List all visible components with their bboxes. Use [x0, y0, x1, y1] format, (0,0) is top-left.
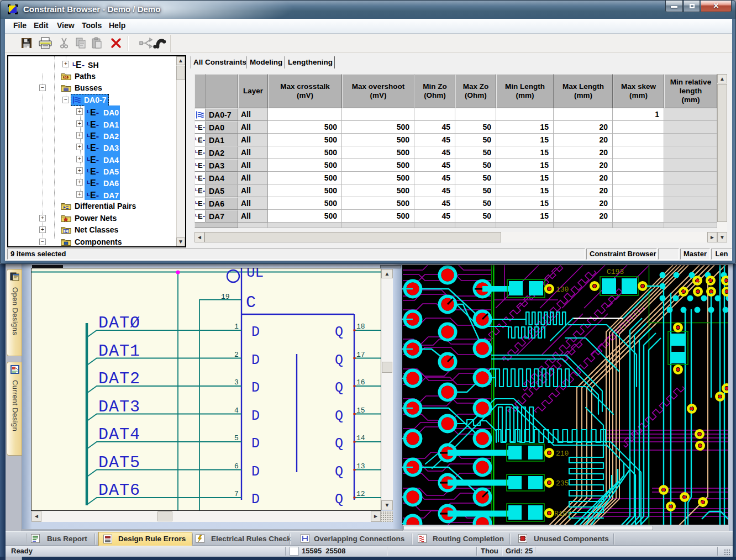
svg-text:D: D: [251, 324, 260, 340]
svg-text:D: D: [251, 408, 260, 424]
svg-text:DAT4: DAT4: [98, 425, 140, 444]
svg-text:DAT6: DAT6: [98, 481, 140, 500]
svg-text:D: D: [251, 380, 260, 396]
svg-text:16: 16: [356, 378, 365, 387]
svg-text:DAT1: DAT1: [98, 342, 140, 361]
svg-text:5: 5: [234, 434, 239, 442]
svg-text:00: 00: [64, 76, 67, 79]
svg-text:7: 7: [234, 490, 239, 498]
svg-text:D: D: [251, 492, 260, 508]
svg-text:6: 6: [234, 462, 239, 471]
svg-text:235: 235: [556, 479, 569, 488]
svg-text:1: 1: [234, 323, 239, 331]
svg-text:C: C: [246, 293, 256, 312]
svg-text:210: 210: [556, 450, 569, 458]
svg-text:4: 4: [234, 406, 239, 415]
svg-text:13: 13: [356, 462, 365, 471]
svg-text:17: 17: [356, 351, 365, 359]
svg-text:3: 3: [234, 378, 239, 387]
svg-text:D: D: [251, 352, 260, 368]
svg-text:DAT2: DAT2: [98, 369, 140, 388]
svg-text:C: C: [65, 229, 67, 233]
svg-text:18: 18: [356, 323, 365, 331]
svg-text:C193: C193: [607, 268, 624, 276]
svg-text:DATØ: DATØ: [98, 314, 140, 332]
svg-text:Q: Q: [335, 436, 343, 452]
svg-text:Q: Q: [335, 492, 343, 508]
svg-text:130: 130: [556, 286, 569, 294]
svg-text:14: 14: [356, 434, 365, 442]
svg-text:12: 12: [356, 490, 365, 498]
svg-text:D: D: [251, 464, 260, 480]
svg-text:UL: UL: [246, 268, 264, 281]
svg-text:15: 15: [356, 406, 365, 415]
svg-text:D: D: [251, 436, 260, 452]
svg-text:Q: Q: [335, 380, 343, 396]
svg-text:Q: Q: [335, 352, 343, 368]
svg-text:Q: Q: [335, 408, 343, 424]
svg-text:19: 19: [221, 293, 230, 301]
svg-text:R107: R107: [554, 510, 571, 518]
svg-text:Q: Q: [335, 324, 343, 340]
svg-text:Q: Q: [335, 464, 343, 480]
svg-text:DAT5: DAT5: [98, 453, 140, 472]
svg-text:2: 2: [234, 351, 239, 359]
svg-text:DAT3: DAT3: [98, 398, 140, 416]
